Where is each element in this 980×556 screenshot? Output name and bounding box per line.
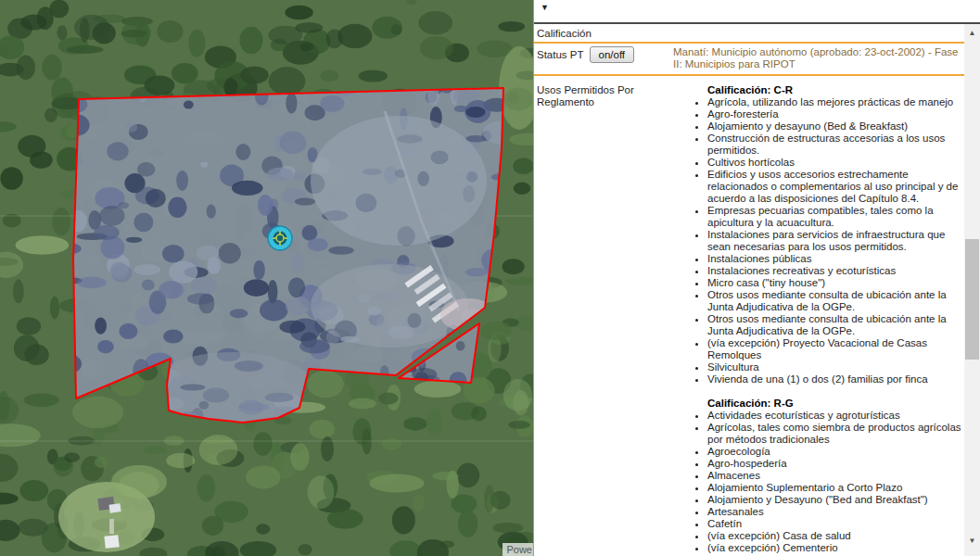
use-item: Cultivos hortícolas [707, 157, 962, 169]
use-item: Empresas pecuarias compatibles, tales co… [707, 205, 962, 229]
uses-list: Actividades ecoturísticas y agroturístic… [673, 410, 962, 556]
scrollbar-thumb[interactable] [965, 239, 979, 360]
satellite-map[interactable] [0, 0, 533, 556]
use-item: Otros usos mediante consulta de ubicació… [707, 313, 962, 337]
use-item: (vía excepción) Proyecto Vacacional de C… [707, 337, 962, 361]
use-item: Almacenes [707, 470, 962, 482]
house-roof [104, 535, 119, 548]
use-item: Agrícola, utilizando las mejores práctic… [707, 96, 962, 108]
use-item: Silvicultura [707, 361, 962, 373]
use-item: Instalaciones para servicios de infraest… [707, 229, 962, 253]
use-item: Cafetín [707, 518, 962, 530]
status-value: Manatí: Municipio autónomo (aprobado: 23… [673, 46, 964, 70]
app-window: Powe ▼ Calificación Status PT on/off Man… [0, 0, 980, 556]
use-item: Agro-forestería [707, 108, 962, 120]
use-item: Micro casa ("tiny house") [707, 277, 962, 289]
scroll-up-icon[interactable]: ▲ [964, 26, 980, 41]
use-item: Instalaciones públicas [707, 253, 962, 265]
collapse-arrow-icon[interactable]: ▼ [541, 2, 549, 14]
uses-label: Usos Permitidos Por Reglamento [537, 84, 673, 556]
use-item: Vivienda de una (1) o dos (2) familias p… [707, 373, 962, 385]
scrollbar-track[interactable]: ▲ ▼ [964, 24, 980, 556]
use-item: Instalaciones recreativas y ecoturística… [707, 265, 962, 277]
panel-topbar: ▼ [534, 0, 980, 24]
use-item: Alojamiento y desayuno (Bed & Breakfast) [707, 120, 962, 133]
status-row: Status PT on/off Manatí: Municipio autón… [534, 44, 964, 76]
panel-section-title: Calificación [537, 28, 592, 39]
scroll-down-icon[interactable]: ▼ [964, 534, 980, 549]
uses-group: Calificación: R-GActividades ecoturístic… [673, 398, 962, 556]
use-item: Alojamiento y Desayuno ("Bed and Breakfa… [707, 494, 962, 506]
status-toggle-button[interactable]: on/off [590, 46, 635, 63]
group-heading: Calificación: R-G [707, 398, 962, 410]
panel-content: Calificación Status PT on/off Manatí: Mu… [534, 24, 964, 556]
use-item: Otros usos mediante consulta de ubicació… [707, 289, 962, 313]
status-label: Status PT [537, 49, 584, 61]
uses-list: Agrícola, utilizando las mejores práctic… [673, 96, 962, 385]
location-marker-icon[interactable] [268, 226, 292, 250]
map-canvas[interactable]: Powe [0, 0, 533, 556]
use-item: Edificios y usos accesorios estrechament… [707, 169, 962, 205]
use-item: (vía excepción) Cementerio [707, 542, 962, 554]
uses-content: Calificación: C-RAgrícola, utilizando la… [673, 84, 964, 556]
use-item: Agroecología [707, 446, 962, 458]
group-heading: Calificación: C-R [707, 84, 962, 96]
use-item: Construcción de estructuras accesorias a… [707, 133, 962, 157]
section-header-row: Calificación [534, 24, 964, 44]
use-item: Agrícolas, tales como siembra de product… [707, 422, 962, 446]
use-item: Artesanales [707, 506, 962, 518]
use-item: Alojamiento Suplementario a Corto Plazo [707, 482, 962, 494]
use-item: (vía excepción) Casa de salud [707, 530, 962, 542]
info-panel: ▼ Calificación Status PT on/off Manatí: … [533, 0, 980, 556]
map-attribution: Powe [503, 543, 533, 556]
uses-row: Usos Permitidos Por Reglamento Calificac… [534, 76, 964, 556]
use-item: Actividades ecoturísticas y agroturístic… [707, 410, 962, 422]
uses-group: Calificación: C-RAgrícola, utilizando la… [673, 84, 962, 385]
use-item: Agro-hospedería [707, 458, 962, 470]
